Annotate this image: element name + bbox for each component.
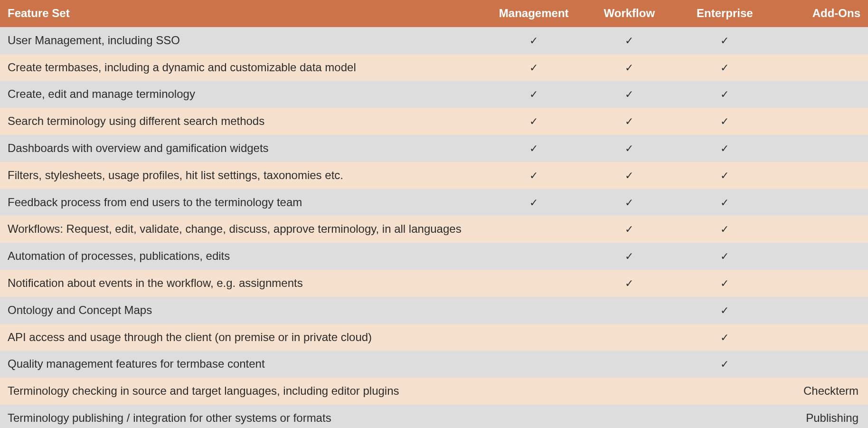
check-icon: ✓ xyxy=(529,62,538,74)
management-cell xyxy=(486,270,582,297)
addons-cell xyxy=(773,189,868,216)
check-icon: ✓ xyxy=(529,35,538,47)
table-row: Ontology and Concept Maps✓ xyxy=(0,297,868,324)
feature-cell: Quality management features for termbase… xyxy=(0,351,486,378)
check-icon: ✓ xyxy=(720,197,729,209)
enterprise-cell: ✓ xyxy=(677,270,773,297)
workflow-cell: ✓ xyxy=(582,216,677,243)
enterprise-cell: ✓ xyxy=(677,297,773,324)
addons-cell xyxy=(773,81,868,108)
check-icon: ✓ xyxy=(625,62,633,74)
enterprise-cell: ✓ xyxy=(677,243,773,270)
check-icon: ✓ xyxy=(720,358,729,370)
feature-cell: Automation of processes, publications, e… xyxy=(0,243,486,270)
addons-cell xyxy=(773,297,868,324)
workflow-cell xyxy=(582,324,677,351)
addons-cell xyxy=(773,108,868,135)
addons-cell xyxy=(773,54,868,81)
enterprise-cell xyxy=(677,378,773,405)
col-header-management: Management xyxy=(486,0,582,27)
addons-cell: Checkterm xyxy=(773,378,868,405)
workflow-cell: ✓ xyxy=(582,243,677,270)
management-cell xyxy=(486,378,582,405)
workflow-cell xyxy=(582,351,677,378)
check-icon: ✓ xyxy=(720,223,729,235)
table-row: Terminology checking in source and targe… xyxy=(0,378,868,405)
feature-cell: Ontology and Concept Maps xyxy=(0,297,486,324)
feature-cell: Filters, stylesheets, usage profiles, hi… xyxy=(0,162,486,189)
check-icon: ✓ xyxy=(529,170,538,181)
addons-cell xyxy=(773,27,868,54)
table-row: Terminology publishing / integration for… xyxy=(0,405,868,428)
workflow-cell: ✓ xyxy=(582,108,677,135)
workflow-cell: ✓ xyxy=(582,27,677,54)
addons-cell xyxy=(773,135,868,162)
enterprise-cell: ✓ xyxy=(677,351,773,378)
check-icon: ✓ xyxy=(720,304,729,316)
management-cell: ✓ xyxy=(486,108,582,135)
table-row: Search terminology using different searc… xyxy=(0,108,868,135)
addons-cell xyxy=(773,243,868,270)
feature-cell: Dashboards with overview and gamificatio… xyxy=(0,135,486,162)
addons-cell xyxy=(773,324,868,351)
table-row: API access and usage through the client … xyxy=(0,324,868,351)
enterprise-cell: ✓ xyxy=(677,162,773,189)
check-icon: ✓ xyxy=(720,250,729,262)
table-row: Notification about events in the workflo… xyxy=(0,270,868,297)
enterprise-cell: ✓ xyxy=(677,27,773,54)
feature-cell: Create termbases, including a dynamic an… xyxy=(0,54,486,81)
check-icon: ✓ xyxy=(625,88,633,100)
addons-cell xyxy=(773,216,868,243)
addons-cell xyxy=(773,351,868,378)
check-icon: ✓ xyxy=(720,115,729,127)
workflow-cell: ✓ xyxy=(582,54,677,81)
management-cell: ✓ xyxy=(486,27,582,54)
check-icon: ✓ xyxy=(720,88,729,100)
workflow-cell: ✓ xyxy=(582,270,677,297)
check-icon: ✓ xyxy=(720,62,729,74)
management-cell xyxy=(486,405,582,428)
check-icon: ✓ xyxy=(625,35,633,47)
col-header-enterprise: Enterprise xyxy=(677,0,773,27)
feature-cell: Feedback process from end users to the t… xyxy=(0,189,486,216)
feature-cell: API access and usage through the client … xyxy=(0,324,486,351)
feature-cell: Notification about events in the workflo… xyxy=(0,270,486,297)
table-row: Workflows: Request, edit, validate, chan… xyxy=(0,216,868,243)
addons-cell: Publishing xyxy=(773,405,868,428)
table-row: Create, edit and manage terminology✓✓✓ xyxy=(0,81,868,108)
enterprise-cell: ✓ xyxy=(677,135,773,162)
feature-cell: Terminology publishing / integration for… xyxy=(0,405,486,428)
table-row: Feedback process from end users to the t… xyxy=(0,189,868,216)
check-icon: ✓ xyxy=(625,277,633,289)
check-icon: ✓ xyxy=(625,143,633,154)
feature-cell: User Management, including SSO xyxy=(0,27,486,54)
col-header-feature: Feature Set xyxy=(0,0,486,27)
check-icon: ✓ xyxy=(720,332,729,343)
check-icon: ✓ xyxy=(529,115,538,127)
management-cell: ✓ xyxy=(486,162,582,189)
feature-cell: Create, edit and manage terminology xyxy=(0,81,486,108)
feature-cell: Workflows: Request, edit, validate, chan… xyxy=(0,216,486,243)
addons-cell xyxy=(773,162,868,189)
workflow-cell: ✓ xyxy=(582,135,677,162)
management-cell: ✓ xyxy=(486,81,582,108)
addons-cell xyxy=(773,270,868,297)
workflow-cell xyxy=(582,378,677,405)
table-row: Automation of processes, publications, e… xyxy=(0,243,868,270)
enterprise-cell: ✓ xyxy=(677,108,773,135)
check-icon: ✓ xyxy=(529,197,538,209)
workflow-cell: ✓ xyxy=(582,162,677,189)
enterprise-cell: ✓ xyxy=(677,216,773,243)
check-icon: ✓ xyxy=(625,115,633,127)
table-row: Filters, stylesheets, usage profiles, hi… xyxy=(0,162,868,189)
col-header-workflow: Workflow xyxy=(582,0,677,27)
feature-cell: Terminology checking in source and targe… xyxy=(0,378,486,405)
workflow-cell: ✓ xyxy=(582,189,677,216)
check-icon: ✓ xyxy=(720,143,729,154)
enterprise-cell: ✓ xyxy=(677,189,773,216)
check-icon: ✓ xyxy=(720,170,729,181)
management-cell xyxy=(486,297,582,324)
check-icon: ✓ xyxy=(625,250,633,262)
management-cell xyxy=(486,324,582,351)
table-row: Quality management features for termbase… xyxy=(0,351,868,378)
